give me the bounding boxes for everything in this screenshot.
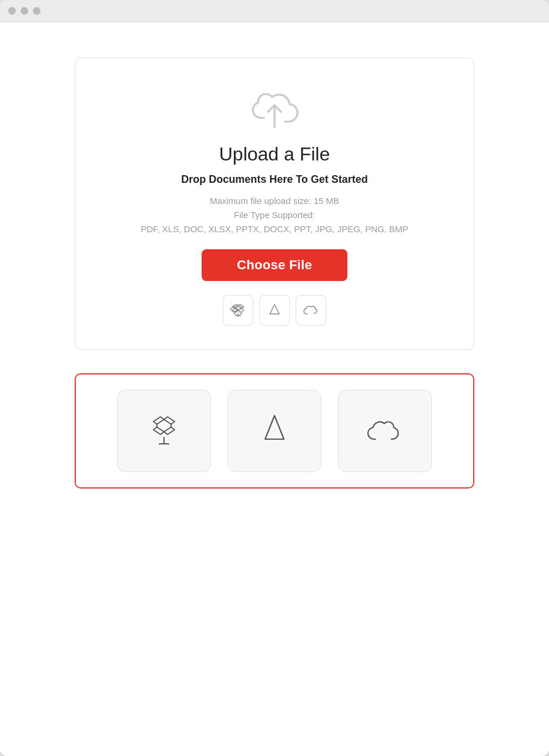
dropbox-small-button[interactable]: [223, 295, 253, 326]
dropbox-icon-large: [143, 410, 185, 452]
google-drive-small-button[interactable]: [259, 295, 290, 326]
svg-marker-11: [265, 416, 284, 439]
upload-card: Upload a File Drop Documents Here To Get…: [75, 58, 474, 350]
titlebar: [0, 0, 549, 22]
small-icon-row: [223, 295, 326, 326]
maximize-button[interactable]: [33, 7, 41, 15]
meta-line2: File Type Supported:: [234, 210, 315, 220]
cloud-upload-icon: [248, 88, 301, 132]
upload-meta: Maximum file upload size: 15 MB File Typ…: [140, 194, 408, 236]
upload-subtitle: Drop Documents Here To Get Started: [181, 173, 368, 186]
cloud-icon-small: [303, 302, 319, 319]
app-window: Upload a File Drop Documents Here To Get…: [0, 0, 549, 756]
dropbox-large-button[interactable]: [117, 390, 211, 472]
window-content: Upload a File Drop Documents Here To Get…: [0, 22, 549, 756]
google-drive-large-button[interactable]: [227, 390, 322, 472]
google-drive-icon-large: [253, 410, 296, 452]
bottom-panel: [75, 373, 474, 489]
close-button[interactable]: [8, 7, 16, 15]
dropbox-icon-small: [230, 302, 246, 319]
cloud-icon-large: [364, 410, 406, 452]
svg-marker-6: [270, 305, 279, 314]
cloud-small-button[interactable]: [296, 295, 326, 326]
meta-line3: PDF, XLS, DOC, XLSX, PPTX, DOCX, PPT, JP…: [140, 224, 408, 234]
traffic-lights: [8, 7, 41, 15]
cloud-large-button[interactable]: [338, 390, 432, 472]
google-drive-icon-small: [266, 302, 283, 319]
minimize-button[interactable]: [21, 7, 28, 15]
choose-file-button[interactable]: Choose File: [202, 249, 347, 281]
upload-title: Upload a File: [219, 143, 330, 165]
meta-line1: Maximum file upload size: 15 MB: [210, 196, 339, 206]
